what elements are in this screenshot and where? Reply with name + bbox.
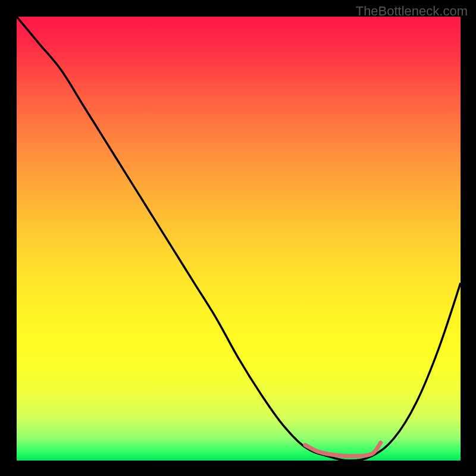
watermark-text: TheBottleneck.com [356,4,468,19]
chart-svg [17,17,461,461]
optimal-range-marker [305,443,381,456]
chart-plot-area [17,17,461,461]
bottleneck-curve-line [17,17,461,461]
